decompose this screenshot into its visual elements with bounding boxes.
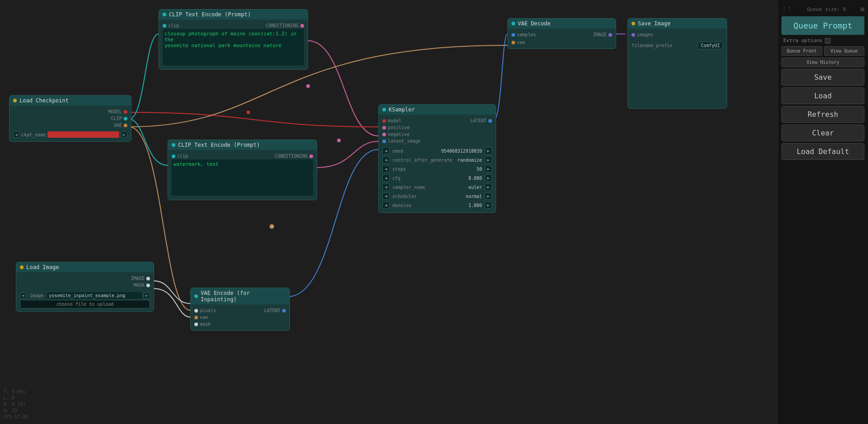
load-button[interactable]: Load (781, 87, 864, 104)
canvas[interactable]: CLIP Text Encode (Prompt) clip CONDITION… (0, 0, 868, 424)
latent-output-ve[interactable] (282, 309, 286, 313)
positive-label: positive (388, 125, 410, 130)
queue-front-button[interactable]: Queue Front (781, 46, 822, 56)
queue-size-row: ⋮⋮ Queue size: 0 ⚙ (781, 4, 864, 14)
sampler-prev-btn[interactable]: ◀ (382, 183, 390, 191)
queue-prompt-button[interactable]: Queue Prompt (781, 16, 864, 35)
dots-icon: ⋮⋮ (781, 6, 792, 12)
upload-button[interactable]: choose file to upload (20, 300, 150, 308)
steps-prev-btn[interactable]: ◀ (382, 165, 390, 173)
clip-label-1: clip (168, 23, 179, 28)
scheduler-next-btn[interactable]: ▶ (485, 193, 492, 200)
queue-front-view-row: Queue Front View Queue (781, 46, 864, 56)
samples-label: samples (517, 32, 536, 37)
image-next-btn[interactable]: ▶ (144, 293, 150, 299)
view-history-button[interactable]: View History (781, 58, 864, 67)
vae-encode-header: VAE Encode (for Inpainting) (191, 288, 289, 304)
images-input[interactable] (632, 33, 635, 37)
denoise-prev-btn[interactable]: ◀ (382, 202, 390, 209)
svg-point-1 (306, 84, 310, 88)
conditioning-output-1[interactable] (300, 24, 304, 28)
image-out-label-li: IMAGE (131, 276, 145, 281)
clear-button[interactable]: Clear (781, 125, 864, 141)
clip-text-encode-1-node: CLIP Text Encode (Prompt) clip CONDITION… (159, 9, 308, 70)
steps-value: 50 (477, 167, 484, 172)
mask-out-label: MASK (134, 283, 145, 288)
samples-input[interactable] (511, 33, 515, 37)
conditioning-output-2[interactable] (309, 154, 313, 158)
image-output-li[interactable] (146, 277, 150, 280)
refresh-button[interactable]: Refresh (781, 106, 864, 123)
cfg-next-btn[interactable]: ▶ (485, 174, 492, 182)
steps-label: steps (391, 167, 476, 172)
load-default-button[interactable]: Load Default (781, 143, 864, 160)
clip-text-encode-1-textarea[interactable]: closeup photograph of maine coon(cat:1.2… (163, 29, 304, 65)
clip-text-encode-2-header: CLIP Text Encode (Prompt) (168, 140, 317, 150)
clip-input-2[interactable] (172, 154, 175, 158)
clip-output[interactable] (124, 117, 127, 120)
load-checkpoint-dot (13, 99, 17, 102)
scheduler-prev-btn[interactable]: ◀ (382, 193, 390, 200)
ckpt-value-bar (48, 131, 119, 138)
load-checkpoint-header: Load Checkpoint (10, 96, 131, 106)
svg-point-2 (337, 139, 341, 142)
clip-text-encode-2-textarea[interactable]: watermark, text (172, 159, 313, 196)
positive-in[interactable] (382, 126, 386, 130)
ckpt-next-btn[interactable]: ▶ (121, 131, 127, 138)
seed-prev-btn[interactable]: ◀ (382, 147, 390, 154)
negative-in[interactable] (382, 133, 386, 136)
cag-prev-btn[interactable]: ◀ (382, 156, 390, 164)
image-filename[interactable]: yosemite_inpaint_example.png (47, 292, 142, 299)
vae-out-label: VAE (114, 123, 122, 128)
sampler-label: sampler_name (391, 185, 468, 190)
cag-next-btn[interactable]: ▶ (485, 156, 492, 164)
sampler-next-btn[interactable]: ▶ (485, 183, 492, 191)
pixels-input[interactable] (194, 309, 198, 313)
load-image-node: Load Image IMAGE MASK ◀ image yosem (16, 262, 154, 312)
vae-encode-title: VAE Encode (for Inpainting) (201, 290, 286, 303)
image-field-label: image (30, 293, 43, 298)
clip-out-label: CLIP (111, 116, 122, 121)
save-button[interactable]: Save (781, 69, 864, 86)
vae-decode-title: VAE Decode (518, 20, 550, 27)
load-image-title: Load Image (26, 264, 59, 270)
gear-icon[interactable]: ⚙ (861, 5, 864, 13)
denoise-value: 1.000 (468, 203, 484, 208)
seed-next-btn[interactable]: ▶ (485, 147, 492, 154)
extra-options-checkbox[interactable] (825, 38, 830, 43)
latent-image-in[interactable] (382, 140, 386, 143)
clip-text-encode-2-node: CLIP Text Encode (Prompt) clip CONDITION… (168, 140, 317, 200)
steps-next-btn[interactable]: ▶ (485, 165, 492, 173)
vae-output[interactable] (124, 124, 127, 127)
seed-value: 954068312918039 (441, 149, 484, 154)
model-in[interactable] (382, 119, 386, 123)
extra-options-row: Extra options (781, 37, 864, 44)
model-output[interactable] (124, 110, 127, 114)
pixels-label: pixels (200, 308, 216, 313)
vae-in-label-ve: vae (200, 315, 208, 320)
load-image-dot (20, 265, 24, 269)
ckpt-prev-btn[interactable]: ◀ (13, 131, 19, 138)
mask-output[interactable] (146, 284, 150, 287)
negative-label: negative (388, 132, 410, 137)
mask-input-ve[interactable] (194, 323, 198, 326)
image-output[interactable] (608, 33, 612, 37)
extra-options-label: Extra options (783, 38, 822, 43)
vae-decode-dot (511, 22, 515, 25)
latent-out-label-ve: LATENT (264, 308, 280, 313)
filename-prefix-value[interactable]: ComfyUI (698, 42, 723, 49)
cag-label: control_after_generate (391, 158, 457, 163)
ckpt-label: ckpt_name (21, 132, 46, 137)
cfg-prev-btn[interactable]: ◀ (382, 174, 390, 182)
latent-output[interactable] (488, 119, 492, 123)
save-image-node: Save Image images filename_prefix ComfyU… (627, 18, 727, 109)
denoise-next-btn[interactable]: ▶ (485, 202, 492, 209)
vae-input[interactable] (511, 41, 515, 44)
clip-text-encode-2-title: CLIP Text Encode (Prompt) (178, 142, 260, 148)
view-queue-button[interactable]: View Queue (824, 46, 865, 56)
vae-input-ve[interactable] (194, 316, 198, 319)
save-image-dot (632, 22, 635, 25)
image-prev-btn[interactable]: ◀ (20, 293, 26, 299)
clip-input-1[interactable] (163, 24, 166, 28)
scheduler-label: scheduler (391, 194, 465, 199)
